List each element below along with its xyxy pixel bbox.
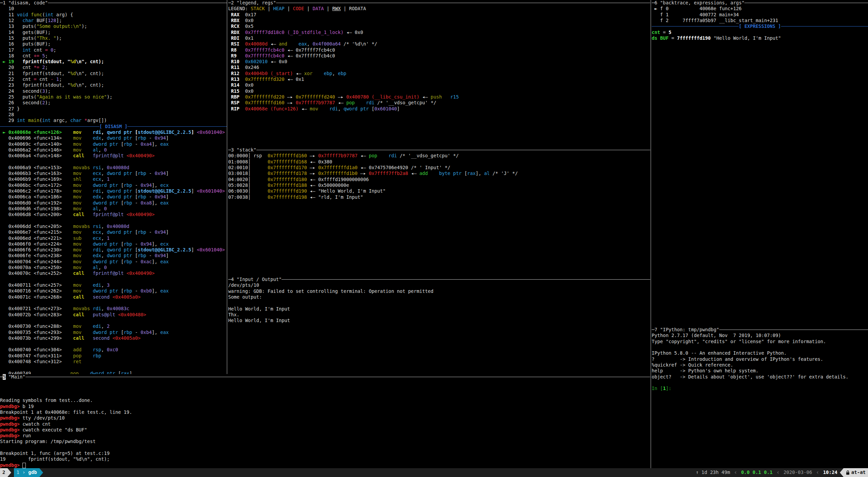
terminal-line: object? -> Details about 'object', use '… — [652, 374, 868, 380]
terminal-line — [0, 380, 650, 386]
status-right: ↑ 1d 23h 49m‹0.0 0.1 0.1‹2020-03-06‹10:2… — [693, 468, 868, 477]
terminal-line: 0x400748 <func+312> ret — [0, 359, 227, 365]
terminal-line: 18 cnt += 5; — [0, 53, 227, 59]
pane-main-gdb-console[interactable]: ─5 "Main"Reading symbols from test...don… — [0, 374, 650, 468]
terminal-line: 11 void func(int arg) { — [0, 12, 227, 18]
terminal-line: /dev/pts/10 — [228, 282, 650, 288]
terminal-line: 28 — [0, 112, 227, 118]
terminal-line — [0, 341, 227, 347]
terminal-line — [0, 386, 650, 392]
clock: 10:24 — [821, 468, 840, 477]
terminal-line: pwndbg> run — [0, 433, 650, 439]
pane-title: ─1 "disasm, code" — [0, 0, 227, 6]
terminal-line — [0, 318, 227, 323]
hostname: at-at — [844, 468, 868, 477]
terminal-line: R15 0x0 — [228, 88, 650, 94]
pane-border-vertical[interactable] — [227, 0, 227, 374]
terminal-line: ► 0x40068e <func+126> mov rdi, qword ptr… — [0, 129, 227, 135]
pane-border-horizontal — [256, 150, 650, 150]
terminal-line: 0x40070a <func+250> mov al, 0 — [0, 265, 227, 270]
pane-ipython[interactable]: ─7 "IPython: tmp/pwndbg"Python 2.7.17 (d… — [652, 327, 868, 468]
lock-icon — [846, 470, 850, 475]
terminal-line: cnt = 5 — [652, 30, 868, 35]
pane-disasm-code[interactable]: ─1 "disasm, code" 10 11 void func(int ar… — [0, 0, 227, 374]
tmux-status-bar: 21›gdb ↑ 1d 23h 49m‹0.0 0.1 0.1‹2020-03-… — [0, 468, 868, 477]
pane-backtrace-expressions[interactable]: ─6 "backtrace, expressions, args" ► f 0 … — [652, 0, 868, 327]
terminal-line: 10 — [0, 6, 227, 12]
terminal-line: R13 0x7fffffffd320 ◂— 0x1 — [228, 76, 650, 82]
section-separator: [ DISASM ] — [0, 124, 227, 129]
terminal-line: ► 19 fprintf(stdout, "%d\n", cnt); — [0, 59, 227, 65]
terminal-line: 0x4006a2 <func+146> mov al, 0 — [0, 147, 227, 153]
pane-border-horizontal — [744, 3, 868, 3]
date: 2020-03-06 — [781, 468, 814, 477]
terminal-line: 0x4006b3 <func+163> mov ecx, dword ptr [… — [0, 171, 227, 176]
terminal-line: 0x4006ed <func+221> sub ecx, 1 — [0, 235, 227, 241]
terminal-line: warning: GDB: Failed to set controlling … — [228, 288, 650, 294]
pane-number: 3 — [231, 147, 234, 153]
pane-border-horizontal — [719, 330, 868, 330]
terminal-line: 14 gets(BUF); — [0, 30, 227, 35]
pane-legend-regs[interactable]: ─2 "legend, regs"LEGEND: STACK | HEAP | … — [228, 0, 650, 147]
terminal-line: 0x400749 nop dword ptr [rax] — [0, 371, 227, 374]
terminal-line: Thx. — [228, 312, 650, 318]
pane-border-horizontal — [25, 377, 650, 377]
terminal-line: Python 2.7.17 (default, Nov 7 2019, 10:0… — [652, 333, 868, 338]
pane-border-vertical[interactable] — [651, 0, 651, 468]
terminal-line — [0, 218, 227, 224]
terminal-line: R9 0x7ffff7fcb4c0 ◂— 0x7ffff7fcb4c0 — [228, 53, 650, 59]
terminal-line: 27 } — [0, 106, 227, 112]
terminal-line — [0, 445, 650, 450]
terminal-line: 26 second(2); — [0, 100, 227, 106]
section-separator: [ EXPRESSIONS ] — [652, 23, 868, 29]
status-left: 21›gdb — [0, 468, 43, 477]
terminal-line: Starting program: /tmp/pwndbg/test — [0, 439, 650, 444]
terminal-line: 0x400711 <func+257> mov edi, 3 — [0, 282, 227, 288]
terminal-line: Type "copyright", "credits" or "license"… — [652, 339, 868, 344]
terminal-line: 29 int main(int argc, char *argv[]) — [0, 118, 227, 123]
window-index[interactable]: 1 — [14, 468, 21, 477]
terminal-line: 05:0028│ 0x7fffffffd188 ◂— 0x50000000e — [228, 182, 650, 188]
terminal-line: 06:0030│ 0x7fffffffd190 ◂— "Hello World,… — [228, 188, 650, 194]
terminal-line: 0x4006e7 <func+215> mov ecx, dword ptr [… — [0, 229, 227, 235]
section-separator-label: [ DISASM ] — [100, 124, 128, 129]
cursor — [22, 463, 26, 468]
terminal-line: Breakpoint 1, func (arg=5) at test.c:19 — [0, 450, 650, 456]
terminal-line: RSI 0x40080d ◂— and eax, 0x4f000a64 /* '… — [228, 41, 650, 47]
terminal-line — [0, 392, 650, 398]
terminal-line: 0x40069c <func+140> mov dword ptr [rbp -… — [0, 141, 227, 147]
terminal-line — [0, 365, 227, 370]
session-index[interactable]: 2 — [0, 468, 7, 477]
terminal-line: 0x40072b <func+283> call puts@plt <0x400… — [0, 312, 227, 318]
terminal-line: 0x400716 <func+262> mov dword ptr [rbp -… — [0, 288, 227, 294]
pane-title: ─6 "backtrace, expressions, args" — [652, 0, 868, 6]
pane-title: ─4 "Input / Output" — [228, 277, 650, 282]
powerline-arrow-icon — [7, 468, 11, 477]
pane-title: ─5 "Main" — [0, 374, 650, 380]
terminal-line: 0x4006dd <func+205> movabs rsi, 0x40080d — [0, 224, 227, 229]
terminal-line — [0, 300, 227, 306]
window-name-gdb[interactable]: gdb — [26, 468, 39, 477]
terminal-line: 23 fprintf(stdout, "%d\n", cnt); — [0, 82, 227, 88]
pane-number: 6 — [654, 0, 657, 6]
terminal-line — [228, 300, 650, 306]
terminal-line — [0, 159, 227, 164]
terminal-line: 0x400735 <func+293> mov dword ptr [rbp -… — [0, 330, 227, 335]
terminal-line: 19 fprintf(stdout, "%d\n", cnt); — [0, 456, 650, 462]
spacer — [11, 468, 14, 477]
terminal-line: R10 0x602010 ◂— 0x0 — [228, 59, 650, 65]
pane-input-output[interactable]: ─4 "Input / Output"/dev/pts/10warning: G… — [228, 277, 650, 374]
terminal-line: 0x40070c <func+252> call fprintf@plt <0x… — [0, 270, 227, 276]
terminal-line: 0x4006bc <func+172> mov dword ptr [rbp -… — [0, 182, 227, 188]
terminal-line: 12 char BUF[128]; — [0, 18, 227, 23]
terminal-line: 15 puts("Thx. "); — [0, 35, 227, 41]
terminal-line: 0x4006a4 <func+148> call fprintf@plt <0x… — [0, 153, 227, 159]
pane-stack[interactable]: ─3 "stack"00:0000│ rsp 0x7fffffffd160 —▸… — [228, 147, 650, 277]
chevron-left-icon: ‹ — [733, 468, 739, 477]
terminal-line: ds BUF = 7fffffffd190 "Hello World, I'm … — [652, 35, 868, 41]
terminal-line: pwndbg> cwatch cnt — [0, 421, 650, 427]
terminal-line: f 1 400772 main+34 — [652, 12, 868, 18]
terminal-line: 24 second(3); — [0, 88, 227, 94]
terminal-line: RBX 0x0 — [228, 18, 650, 23]
terminal-line: pwndbg> cwatch execute "ds BUF" — [0, 427, 650, 433]
